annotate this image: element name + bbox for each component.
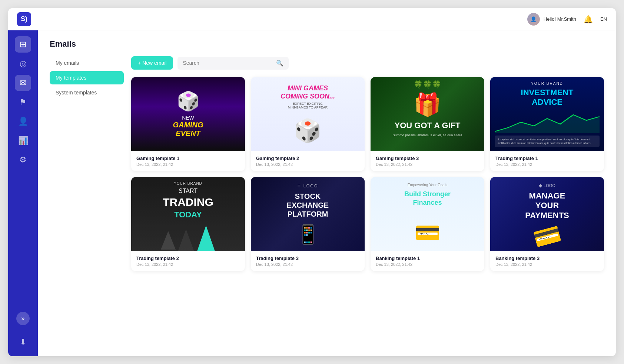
- card-image-gaming-3: 🎁 YOU GOT A GIFT Summo possim laboramus …: [371, 77, 484, 151]
- card-date: Dec 13, 2022, 21:42: [495, 162, 599, 167]
- card-info-gaming-1: Gaming template 1 Dec 13, 2022, 21:42: [131, 151, 245, 171]
- template-card-gaming-2[interactable]: MINI GAMESCOMING SOON... EXPECT EXCITING…: [251, 77, 365, 171]
- card-date: Dec 13, 2022, 21:42: [376, 262, 479, 267]
- card-title: Trading template 3: [256, 256, 359, 261]
- card-title: Gaming template 3: [376, 156, 479, 161]
- template-card-trading-2[interactable]: YOUR BRAND START TRADING TODAY: [131, 177, 245, 271]
- toolbar: + New email 🔍: [131, 56, 604, 70]
- template-card-gaming-3[interactable]: 🎁 YOU GOT A GIFT Summo possim laboramus …: [371, 77, 484, 171]
- sidebar-item-dashboard[interactable]: ⊞: [15, 36, 31, 53]
- language-selector[interactable]: EN: [600, 16, 607, 22]
- card-info-gaming-2: Gaming template 2 Dec 13, 2022, 21:42: [251, 151, 365, 171]
- sidebar-item-campaigns[interactable]: ⚑: [15, 94, 31, 110]
- nav-my-emails[interactable]: My emails: [50, 56, 124, 70]
- card-info-trading-3: Trading template 3 Dec 13, 2022, 21:42: [251, 251, 365, 271]
- card-date: Dec 13, 2022, 21:42: [495, 262, 599, 267]
- card-title: Banking template 3: [495, 256, 599, 261]
- notification-bell-icon[interactable]: 🔔: [584, 15, 593, 24]
- card-title: Trading template 2: [136, 256, 240, 261]
- nav-my-templates[interactable]: My templates: [50, 71, 124, 84]
- main-layout: ⊞ ◎ ✉ ⚑ 👤 📊 ⚙ » ⬇ Emails My emails My te…: [8, 30, 616, 356]
- user-info: 👤 Hello! Mr.Smith: [527, 13, 576, 26]
- search-icon: 🔍: [276, 60, 283, 67]
- template-card-trading-3[interactable]: ≡ LOGO STOCKEXCHANGEPLATFORM 📱 Trading t…: [251, 177, 365, 271]
- user-name: Hello! Mr.Smith: [544, 16, 576, 22]
- sidebar: ⊞ ◎ ✉ ⚑ 👤 📊 ⚙ » ⬇: [8, 30, 38, 356]
- content-area: Emails My emails My templates System tem…: [38, 30, 616, 356]
- top-bar-right: 👤 Hello! Mr.Smith 🔔 EN: [527, 13, 607, 26]
- card-title: Gaming template 2: [256, 156, 359, 161]
- card-info-banking-3: Banking template 3 Dec 13, 2022, 21:42: [490, 251, 604, 271]
- sidebar-item-targeting[interactable]: ◎: [15, 56, 31, 72]
- template-card-banking-3[interactable]: ◆ LOGO MANAGEYOURPAYMENTS 💳 Banking temp…: [490, 177, 604, 271]
- top-bar: S) 👤 Hello! Mr.Smith 🔔 EN: [8, 8, 616, 30]
- card-title: Trading template 1: [495, 156, 599, 161]
- left-panel: My emails My templates System templates: [50, 56, 124, 271]
- template-card-banking-1[interactable]: Empowering Your Goals Build StrongerFina…: [371, 177, 484, 271]
- search-box: 🔍: [177, 57, 289, 70]
- card-image-banking-3: ◆ LOGO MANAGEYOURPAYMENTS 💳: [490, 177, 604, 251]
- sidebar-item-settings[interactable]: ⚙: [15, 152, 31, 168]
- template-card-trading-1[interactable]: YOUR BRAND INVESTMENTADVICE Excepteur: [490, 77, 604, 171]
- card-image-gaming-2: MINI GAMESCOMING SOON... EXPECT EXCITING…: [251, 77, 365, 151]
- content-inner: My emails My templates System templates …: [50, 56, 604, 271]
- sidebar-download-icon[interactable]: ⬇: [15, 334, 31, 350]
- sidebar-item-contacts[interactable]: 👤: [15, 113, 31, 130]
- card-date: Dec 13, 2022, 21:42: [136, 262, 240, 267]
- new-email-button[interactable]: + New email: [131, 56, 173, 70]
- card-info-trading-1: Trading template 1 Dec 13, 2022, 21:42: [490, 151, 604, 171]
- card-image-gaming-1: 🎲 NEW GAMING EVENT: [131, 77, 245, 151]
- sidebar-item-emails[interactable]: ✉: [15, 75, 31, 91]
- search-input[interactable]: [183, 60, 273, 66]
- sidebar-item-analytics[interactable]: 📊: [15, 133, 31, 149]
- card-image-banking-1: Empowering Your Goals Build StrongerFina…: [371, 177, 484, 251]
- card-info-banking-1: Banking template 1 Dec 13, 2022, 21:42: [371, 251, 484, 271]
- card-info-gaming-3: Gaming template 3 Dec 13, 2022, 21:42: [371, 151, 484, 171]
- template-card-gaming-1[interactable]: 🎲 NEW GAMING EVENT Gaming template 1: [131, 77, 245, 171]
- card-image-trading-2: YOUR BRAND START TRADING TODAY: [131, 177, 245, 251]
- page-title: Emails: [50, 39, 604, 49]
- card-image-trading-3: ≡ LOGO STOCKEXCHANGEPLATFORM 📱: [251, 177, 365, 251]
- card-info-trading-2: Trading template 2 Dec 13, 2022, 21:42: [131, 251, 245, 271]
- card-date: Dec 13, 2022, 21:42: [256, 262, 359, 267]
- card-title: Gaming template 1: [136, 156, 240, 161]
- card-title: Banking template 1: [376, 256, 479, 261]
- avatar: 👤: [527, 13, 540, 26]
- app-window: S) 👤 Hello! Mr.Smith 🔔 EN ⊞ ◎ ✉ ⚑ 👤 📊 ⚙ …: [8, 8, 616, 356]
- app-logo: S): [17, 12, 31, 26]
- card-date: Dec 13, 2022, 21:42: [256, 162, 359, 167]
- nav-system-templates[interactable]: System templates: [50, 86, 124, 99]
- card-date: Dec 13, 2022, 21:42: [136, 162, 240, 167]
- right-panel: + New email 🔍 🎲: [131, 56, 604, 271]
- card-date: Dec 13, 2022, 21:42: [376, 162, 479, 167]
- card-image-trading-1: YOUR BRAND INVESTMENTADVICE Excepteur: [490, 77, 604, 151]
- templates-grid: 🎲 NEW GAMING EVENT Gaming template 1: [131, 77, 604, 271]
- sidebar-expand-button[interactable]: »: [16, 312, 30, 325]
